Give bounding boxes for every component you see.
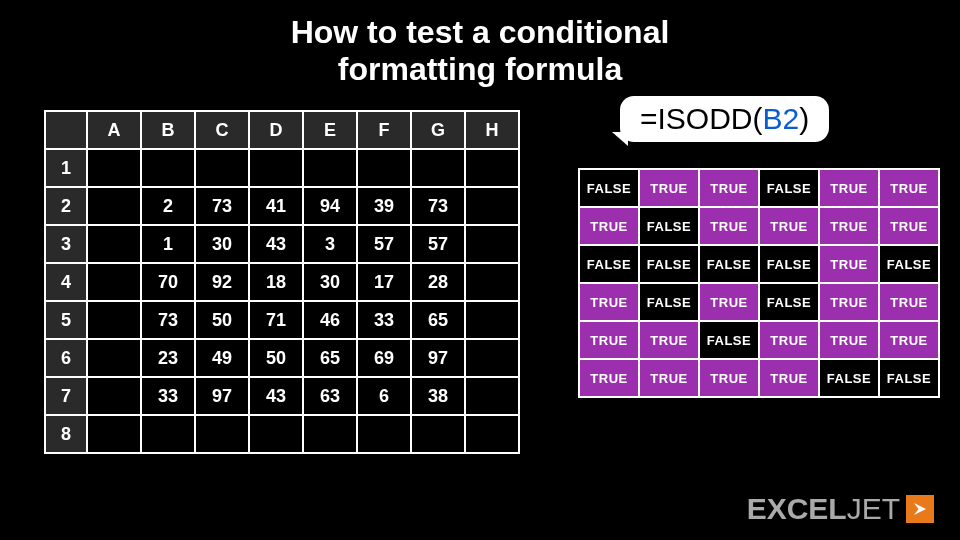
row-3: 3 1 30 43 3 57 57: [45, 225, 519, 263]
cell: 43: [249, 377, 303, 415]
cell: 49: [195, 339, 249, 377]
row-header: 7: [45, 377, 87, 415]
result-true: TRUE: [579, 283, 639, 321]
cell: 23: [141, 339, 195, 377]
cell: 73: [141, 301, 195, 339]
cell: [465, 263, 519, 301]
cell: 18: [249, 263, 303, 301]
result-false: FALSE: [759, 283, 819, 321]
cell: [87, 149, 141, 187]
cell: 2: [141, 187, 195, 225]
col-H: H: [465, 111, 519, 149]
cell: [465, 377, 519, 415]
col-C: C: [195, 111, 249, 149]
cell: [87, 415, 141, 453]
result-true: TRUE: [759, 321, 819, 359]
col-E: E: [303, 111, 357, 149]
cell: [303, 415, 357, 453]
result-true: TRUE: [579, 359, 639, 397]
cell: 65: [303, 339, 357, 377]
cell: 41: [249, 187, 303, 225]
cell: 30: [303, 263, 357, 301]
cell: 92: [195, 263, 249, 301]
row-header: 8: [45, 415, 87, 453]
row-8: 8: [45, 415, 519, 453]
cell: 97: [195, 377, 249, 415]
cell: [411, 149, 465, 187]
result-true: TRUE: [879, 321, 939, 359]
row-1: 1: [45, 149, 519, 187]
cell: 71: [249, 301, 303, 339]
result-false: FALSE: [639, 283, 699, 321]
result-true: TRUE: [819, 245, 879, 283]
result-row: FALSEFALSEFALSEFALSETRUEFALSE: [579, 245, 939, 283]
cell: [87, 339, 141, 377]
row-4: 4 70 92 18 30 17 28: [45, 263, 519, 301]
spreadsheet-grid: A B C D E F G H 1 2 2 73 41 94 39 73 3 1: [44, 110, 520, 454]
col-D: D: [249, 111, 303, 149]
cell: 57: [411, 225, 465, 263]
cell: [465, 149, 519, 187]
result-false: FALSE: [879, 359, 939, 397]
column-header-row: A B C D E F G H: [45, 111, 519, 149]
cell: 46: [303, 301, 357, 339]
corner-cell: [45, 111, 87, 149]
result-true: TRUE: [879, 283, 939, 321]
bubble-tail-icon: [612, 132, 628, 146]
result-true: TRUE: [639, 359, 699, 397]
result-true: TRUE: [819, 321, 879, 359]
row-header: 2: [45, 187, 87, 225]
row-5: 5 73 50 71 46 33 65: [45, 301, 519, 339]
results-grid: FALSETRUETRUEFALSETRUETRUETRUEFALSETRUET…: [578, 168, 940, 398]
cell: [357, 149, 411, 187]
row-header: 4: [45, 263, 87, 301]
cell: [249, 149, 303, 187]
cell: [357, 415, 411, 453]
cell: 73: [195, 187, 249, 225]
result-false: FALSE: [759, 245, 819, 283]
cell: 33: [357, 301, 411, 339]
result-true: TRUE: [759, 359, 819, 397]
result-true: TRUE: [699, 359, 759, 397]
row-6: 6 23 49 50 65 69 97: [45, 339, 519, 377]
row-2: 2 2 73 41 94 39 73: [45, 187, 519, 225]
logo-arrow-icon: [906, 495, 934, 523]
col-F: F: [357, 111, 411, 149]
logo-word-1: EXCEL: [747, 492, 847, 525]
result-true: TRUE: [699, 283, 759, 321]
result-true: TRUE: [699, 207, 759, 245]
col-B: B: [141, 111, 195, 149]
cell: [465, 339, 519, 377]
result-false: FALSE: [699, 245, 759, 283]
cell: 6: [357, 377, 411, 415]
page-title: How to test a conditional formatting for…: [0, 0, 960, 88]
cell: 69: [357, 339, 411, 377]
result-true: TRUE: [579, 207, 639, 245]
row-header: 6: [45, 339, 87, 377]
result-row: TRUETRUEFALSETRUETRUETRUE: [579, 321, 939, 359]
cell: 70: [141, 263, 195, 301]
formula-suffix: ): [799, 102, 809, 135]
cell: 38: [411, 377, 465, 415]
cell: [141, 149, 195, 187]
cell: [87, 225, 141, 263]
cell: 30: [195, 225, 249, 263]
formula-cell-ref: B2: [763, 102, 800, 135]
result-false: FALSE: [699, 321, 759, 359]
row-header: 1: [45, 149, 87, 187]
cell: 50: [249, 339, 303, 377]
title-line-2: formatting formula: [0, 51, 960, 88]
cell: [465, 301, 519, 339]
result-false: FALSE: [579, 169, 639, 207]
result-true: TRUE: [819, 169, 879, 207]
cell: 73: [411, 187, 465, 225]
cell: 1: [141, 225, 195, 263]
cell: [195, 149, 249, 187]
result-false: FALSE: [639, 245, 699, 283]
col-A: A: [87, 111, 141, 149]
cell: 33: [141, 377, 195, 415]
row-header: 5: [45, 301, 87, 339]
result-row: TRUEFALSETRUEFALSETRUETRUE: [579, 283, 939, 321]
cell: 94: [303, 187, 357, 225]
result-true: TRUE: [879, 207, 939, 245]
